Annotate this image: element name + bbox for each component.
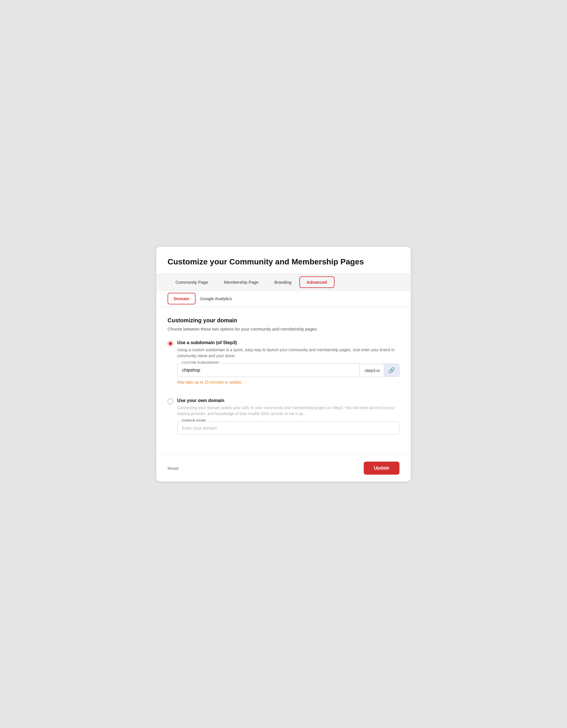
subdomain-field-label: CUSTOM SUBDOMAIN*	[181, 361, 221, 364]
domain-input[interactable]	[177, 421, 399, 435]
sub-tabs: Domain Google Analytics	[156, 291, 411, 307]
subdomain-field-group: CUSTOM SUBDOMAIN* .step3.io 🔗	[177, 363, 399, 377]
link-icon: 🔗	[388, 367, 395, 374]
card-header: Customize your Community and Membership …	[156, 247, 411, 274]
tab-community[interactable]: Community Page	[168, 275, 216, 290]
domain-field-group: DOMAIN NAME	[177, 421, 399, 435]
domain-field-label: DOMAIN NAME	[181, 419, 207, 422]
page-title: Customize your Community and Membership …	[168, 257, 399, 267]
custom-domain-radio[interactable]	[168, 399, 173, 404]
footer: Reset Update	[156, 455, 411, 481]
tab-membership[interactable]: Membership Page	[216, 275, 267, 290]
subdomain-input[interactable]	[177, 363, 360, 377]
section-title: Customizing your domain	[168, 317, 399, 324]
section-description: Choose between these two options for you…	[168, 326, 399, 333]
subdomain-content: Use a subdomain (of Step3) Using a custo…	[177, 340, 399, 391]
custom-domain-content: Use your own domain Connecting your doma…	[177, 398, 399, 437]
required-star: *	[218, 361, 220, 364]
tab-domain[interactable]: Domain	[168, 293, 196, 304]
subdomain-row: .step3.io 🔗	[177, 363, 399, 377]
custom-domain-radio-wrap[interactable]	[168, 399, 173, 405]
custom-domain-title: Use your own domain	[177, 398, 399, 403]
subdomain-desc: Using a custom subdomain is a quick, eas…	[177, 347, 399, 359]
subdomain-title: Use a subdomain (of Step3)	[177, 340, 399, 345]
main-card: Customize your Community and Membership …	[156, 246, 411, 482]
subdomain-option: Use a subdomain (of Step3) Using a custo…	[168, 340, 399, 391]
update-notice: May take up to 15 minutes to update.	[177, 380, 399, 384]
content-area: Customizing your domain Choose between t…	[156, 307, 411, 455]
reset-button[interactable]: Reset	[168, 466, 179, 471]
subdomain-radio-wrap[interactable]	[168, 341, 173, 348]
tab-google-analytics[interactable]: Google Analytics	[200, 291, 232, 306]
tab-branding[interactable]: Branding	[267, 275, 299, 290]
update-button[interactable]: Update	[364, 462, 399, 475]
subdomain-suffix: .step3.io	[360, 364, 384, 377]
tab-advanced[interactable]: Advanced	[299, 276, 334, 288]
subdomain-link-button[interactable]: 🔗	[384, 364, 399, 377]
top-tabs: Community Page Membership Page Branding …	[156, 274, 411, 291]
subdomain-radio[interactable]	[168, 341, 173, 346]
custom-domain-option: Use your own domain Connecting your doma…	[168, 398, 399, 437]
custom-domain-desc: Connecting your domain points your URL t…	[177, 405, 399, 417]
